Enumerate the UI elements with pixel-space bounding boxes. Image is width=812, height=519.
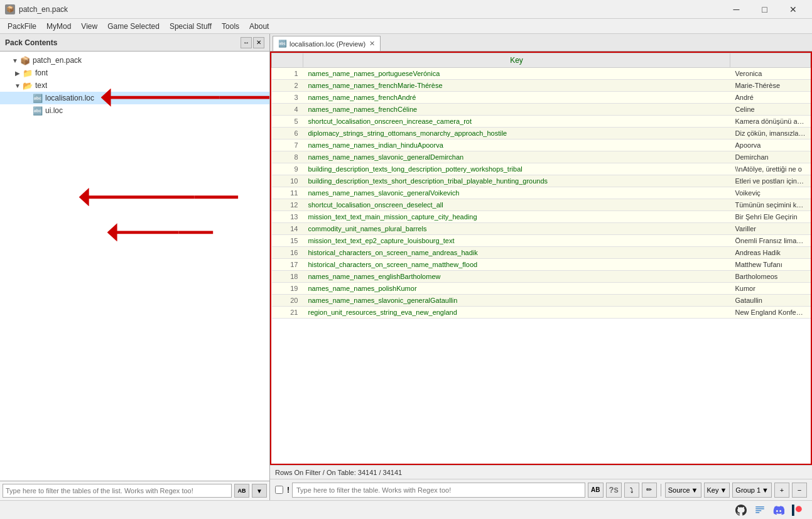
tree-item-localisation[interactable]: 🔤 localisation.loc xyxy=(0,92,269,104)
row-key: building_description_texts_long_descript… xyxy=(303,163,730,175)
book-icon[interactable] xyxy=(753,503,767,517)
filter-regex-btn[interactable]: ?S xyxy=(606,483,622,498)
table-row[interactable]: 2 names_name_names_frenchMarie-Thérèse M… xyxy=(272,80,811,92)
tab-icon: 🔤 xyxy=(278,40,287,48)
row-key: names_name_names_polishKumor xyxy=(303,283,730,295)
row-num: 18 xyxy=(272,271,303,283)
tree-toggle-pack[interactable]: ▼ xyxy=(10,57,20,64)
panel-header-buttons: ↔ ✕ xyxy=(241,37,264,48)
filter-edit-btn[interactable]: ✏ xyxy=(642,483,657,498)
menu-bar: PackFile MyMod View Game Selected Specia… xyxy=(0,19,812,34)
table-row[interactable]: 17 historical_characters_on_screen_name_… xyxy=(272,259,811,271)
row-key: names_name_names_slavonic_generalDemirch… xyxy=(303,151,730,163)
table-row[interactable]: 6 diplomacy_strings_string_ottomans_mona… xyxy=(272,128,811,139)
row-key: shortcut_localisation_onscreen_increase_… xyxy=(303,116,730,128)
tree-area: ▼ 📦 patch_en.pack ▶ 📁 font ▼ 📂 text xyxy=(0,52,269,481)
menu-view[interactable]: View xyxy=(76,21,102,32)
filter-action-btn[interactable]: ⤵ xyxy=(624,483,639,498)
source-dropdown[interactable]: Source ▼ xyxy=(665,483,701,498)
key-dropdown[interactable]: Key ▼ xyxy=(704,483,730,498)
table-row[interactable]: 5 shortcut_localisation_onscreen_increas… xyxy=(272,116,811,128)
group-dropdown[interactable]: Group 1 ▼ xyxy=(732,483,772,498)
table-filter-input[interactable] xyxy=(292,483,585,498)
table-row[interactable]: 18 names_name_names_englishBartholomew B… xyxy=(272,271,811,283)
row-num: 5 xyxy=(272,116,303,128)
tab-close-button[interactable]: ✕ xyxy=(369,40,375,48)
table-row[interactable]: 3 names_name_names_frenchAndré André xyxy=(272,92,811,104)
toolbar-sep1 xyxy=(661,484,661,496)
table-row[interactable]: 16 historical_characters_on_screen_name_… xyxy=(272,247,811,259)
menu-mymod[interactable]: MyMod xyxy=(41,21,76,32)
github-icon[interactable] xyxy=(734,503,748,517)
panel-expand-button[interactable]: ↔ xyxy=(241,37,252,48)
table-row[interactable]: 11 names_name_names_slavonic_generalVoik… xyxy=(272,187,811,199)
row-value: André xyxy=(730,92,811,104)
menu-tools[interactable]: Tools xyxy=(217,21,244,32)
row-num: 19 xyxy=(272,283,303,295)
row-num: 15 xyxy=(272,235,303,247)
table-row[interactable]: 15 mission_text_text_ep2_capture_louisbo… xyxy=(272,235,811,247)
row-num: 9 xyxy=(272,163,303,175)
table-row[interactable]: 8 names_name_names_slavonic_generalDemir… xyxy=(272,151,811,163)
add-row-button[interactable]: + xyxy=(774,483,789,498)
menu-game-selected[interactable]: Game Selected xyxy=(102,21,165,32)
tree-filter-input[interactable] xyxy=(3,484,232,498)
row-key: names_name_names_frenchAndré xyxy=(303,92,730,104)
row-num: 6 xyxy=(272,128,303,139)
table-row[interactable]: 10 building_description_texts_short_desc… xyxy=(272,175,811,187)
table-row[interactable]: 19 names_name_names_polishKumor Kumor xyxy=(272,283,811,295)
table-row[interactable]: 13 mission_text_text_main_mission_captur… xyxy=(272,211,811,223)
tree-label-font: font xyxy=(35,68,48,77)
table-row[interactable]: 4 names_name_names_frenchCéline Celine xyxy=(272,104,811,116)
row-value: \\nAtölye, ürettiği ne o xyxy=(730,163,811,175)
table-row[interactable]: 1 names_name_names_portugueseVerónica Ve… xyxy=(272,68,811,80)
tab-localisation[interactable]: 🔤 localisation.loc (Preview) ✕ xyxy=(273,36,381,51)
folder-icon-font: 📁 xyxy=(23,68,34,78)
tree-item-font[interactable]: ▶ 📁 font xyxy=(0,67,269,79)
table-row[interactable]: 14 commodity_unit_names_plural_barrels V… xyxy=(272,223,811,235)
table-row[interactable]: 20 names_name_names_slavonic_generalGata… xyxy=(272,295,811,307)
row-value: Tümünün seçimini kaldır xyxy=(730,199,811,211)
row-key: names_name_names_frenchCéline xyxy=(303,104,730,116)
filter-case-btn[interactable]: AB xyxy=(588,483,603,498)
folder-icon-text: 📂 xyxy=(23,81,34,90)
table-row[interactable]: 9 building_description_texts_long_descri… xyxy=(272,163,811,175)
tab-label: localisation.loc (Preview) xyxy=(290,40,365,48)
menu-about[interactable]: About xyxy=(244,21,274,32)
table-row[interactable]: 12 shortcut_localisation_onscreen_desele… xyxy=(272,199,811,211)
row-value: Variller xyxy=(730,223,811,235)
group-chevron: ▼ xyxy=(762,486,769,494)
tree-filter-case-btn[interactable]: AB xyxy=(234,484,249,498)
tree-filter-down-btn[interactable]: ▼ xyxy=(252,484,267,498)
maximize-button[interactable]: □ xyxy=(750,0,779,19)
patreon-icon[interactable] xyxy=(791,503,804,517)
table-row[interactable]: 21 region_unit_resources_string_eva_new_… xyxy=(272,307,811,319)
tree-item-text[interactable]: ▼ 📂 text xyxy=(0,79,269,92)
table-row[interactable]: 7 names_name_names_indian_hinduApoorva A… xyxy=(272,139,811,151)
row-num: 4 xyxy=(272,104,303,116)
minimize-button[interactable]: ─ xyxy=(722,0,750,19)
row-key: region_unit_resources_string_eva_new_eng… xyxy=(303,307,730,319)
left-panel: Pack Contents ↔ ✕ ▼ 📦 patch_en.pack ▶ xyxy=(0,34,270,500)
tree-toggle-text[interactable]: ▼ xyxy=(13,82,23,89)
tree-view: ▼ 📦 patch_en.pack ▶ 📁 font ▼ 📂 text xyxy=(0,52,269,481)
tree-item-ui[interactable]: 🔤 ui.loc xyxy=(0,104,269,117)
tree-item-pack[interactable]: ▼ 📦 patch_en.pack xyxy=(0,54,269,67)
remove-row-button[interactable]: − xyxy=(792,483,807,498)
discord-icon[interactable] xyxy=(772,503,786,517)
menu-packfile[interactable]: PackFile xyxy=(3,21,41,32)
row-key: shortcut_localisation_onscreen_deselect_… xyxy=(303,199,730,211)
col-header-key: Key xyxy=(303,53,730,68)
bottom-toolbar: ! AB ?S ⤵ ✏ Source ▼ Key ▼ Group 1 ▼ + − xyxy=(270,479,812,500)
panel-title: Pack Contents xyxy=(5,38,57,47)
panel-close-button[interactable]: ✕ xyxy=(253,37,264,48)
row-num: 2 xyxy=(272,80,303,92)
tree-toggle-font[interactable]: ▶ xyxy=(13,70,23,77)
close-button[interactable]: ✕ xyxy=(779,0,807,19)
filter-checkbox[interactable] xyxy=(275,486,283,494)
tree-label-localisation: localisation.loc xyxy=(45,94,94,102)
menu-special-stuff[interactable]: Special Stuff xyxy=(165,21,217,32)
group-label: Group 1 xyxy=(735,486,761,494)
row-num: 10 xyxy=(272,175,303,187)
row-num: 1 xyxy=(272,68,303,80)
